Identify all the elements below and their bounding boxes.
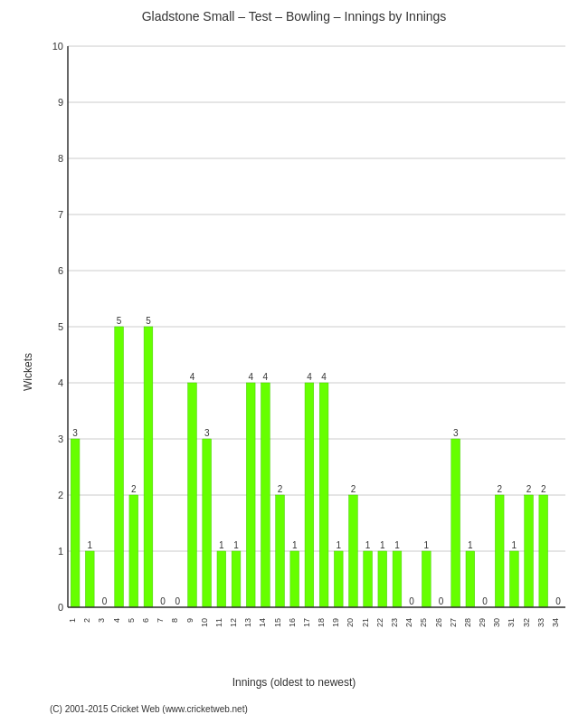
svg-text:2: 2: [58, 490, 63, 500]
svg-rect-55: [246, 383, 255, 607]
svg-text:23: 23: [390, 618, 399, 627]
svg-rect-85: [393, 551, 402, 607]
svg-text:1: 1: [87, 540, 92, 550]
svg-text:4: 4: [248, 372, 253, 382]
svg-text:29: 29: [478, 618, 487, 627]
svg-text:4: 4: [112, 618, 121, 623]
svg-rect-67: [305, 383, 314, 607]
svg-text:0: 0: [439, 596, 444, 606]
svg-text:11: 11: [214, 618, 223, 627]
svg-text:1: 1: [380, 540, 385, 550]
svg-text:33: 33: [536, 618, 545, 627]
svg-text:0: 0: [409, 596, 414, 606]
svg-text:28: 28: [463, 618, 472, 627]
svg-text:1: 1: [292, 540, 298, 550]
svg-text:2: 2: [131, 484, 137, 494]
svg-text:2: 2: [526, 484, 532, 494]
svg-text:1: 1: [336, 540, 341, 550]
svg-text:1: 1: [58, 546, 63, 557]
y-axis-label: Wickets: [22, 353, 34, 391]
svg-rect-109: [525, 495, 534, 607]
svg-rect-58: [261, 383, 270, 607]
svg-text:1: 1: [233, 540, 239, 550]
svg-text:2: 2: [351, 484, 356, 494]
svg-text:24: 24: [404, 618, 413, 627]
chart-container: Gladstone Small – Test – Bowling – Innin…: [0, 0, 588, 724]
svg-text:6: 6: [58, 265, 63, 276]
svg-text:3: 3: [97, 618, 106, 623]
svg-text:22: 22: [375, 618, 384, 627]
svg-rect-49: [217, 551, 226, 607]
svg-text:3: 3: [204, 428, 210, 438]
svg-rect-106: [510, 551, 519, 607]
svg-text:2: 2: [82, 618, 91, 623]
svg-rect-64: [290, 551, 299, 607]
svg-text:5: 5: [127, 618, 136, 623]
svg-rect-103: [495, 495, 504, 607]
svg-text:8: 8: [170, 618, 179, 623]
svg-rect-90: [422, 551, 431, 607]
svg-rect-33: [129, 495, 138, 607]
svg-text:7: 7: [156, 618, 165, 623]
svg-text:19: 19: [331, 618, 340, 627]
svg-text:4: 4: [190, 372, 195, 382]
svg-text:14: 14: [258, 618, 267, 627]
svg-rect-30: [115, 327, 124, 607]
svg-text:8: 8: [58, 153, 63, 164]
svg-text:0: 0: [102, 596, 108, 606]
svg-text:25: 25: [419, 618, 428, 627]
svg-rect-52: [232, 551, 241, 607]
svg-rect-112: [539, 495, 548, 607]
svg-text:10: 10: [200, 618, 209, 627]
svg-text:3: 3: [72, 428, 78, 438]
svg-text:9: 9: [58, 97, 63, 108]
chart-svg: 0123456789103112035425560708493101111124…: [36, 42, 574, 675]
svg-text:32: 32: [522, 618, 531, 627]
copyright-text: (C) 2001-2015 Cricket Web (www.cricketwe…: [50, 704, 248, 714]
svg-text:1: 1: [512, 540, 517, 550]
svg-text:9: 9: [185, 618, 194, 623]
svg-text:6: 6: [141, 618, 150, 623]
svg-text:0: 0: [160, 596, 166, 606]
svg-text:27: 27: [449, 618, 458, 627]
svg-text:21: 21: [361, 618, 370, 627]
svg-text:1: 1: [219, 540, 224, 550]
svg-text:0: 0: [555, 596, 561, 606]
svg-text:5: 5: [117, 316, 122, 326]
svg-text:20: 20: [346, 618, 355, 627]
svg-rect-82: [378, 551, 387, 607]
svg-text:0: 0: [175, 596, 181, 606]
svg-rect-61: [276, 495, 285, 607]
x-axis-label: Innings (oldest to newest): [232, 676, 356, 689]
svg-text:2: 2: [278, 484, 283, 494]
svg-text:17: 17: [302, 618, 311, 627]
svg-text:4: 4: [58, 377, 63, 388]
svg-rect-22: [71, 439, 80, 607]
svg-text:4: 4: [321, 372, 327, 382]
svg-rect-79: [364, 551, 373, 607]
svg-rect-95: [451, 439, 460, 607]
svg-rect-70: [319, 383, 328, 607]
svg-text:34: 34: [551, 618, 560, 627]
svg-text:2: 2: [541, 484, 546, 494]
svg-text:4: 4: [263, 372, 269, 382]
svg-text:4: 4: [307, 372, 312, 382]
svg-text:2: 2: [497, 484, 502, 494]
svg-rect-76: [349, 495, 358, 607]
svg-rect-73: [334, 551, 343, 607]
svg-text:30: 30: [492, 618, 501, 627]
svg-text:15: 15: [273, 618, 282, 627]
svg-text:16: 16: [288, 618, 297, 627]
svg-rect-43: [188, 383, 197, 607]
svg-rect-36: [144, 327, 153, 607]
svg-text:3: 3: [453, 428, 459, 438]
svg-text:5: 5: [146, 316, 151, 326]
svg-rect-98: [466, 551, 475, 607]
svg-text:13: 13: [243, 618, 252, 627]
svg-text:7: 7: [58, 209, 63, 220]
svg-text:3: 3: [58, 433, 63, 444]
chart-title: Gladstone Small – Test – Bowling – Innin…: [0, 0, 588, 28]
svg-text:18: 18: [317, 618, 326, 627]
svg-text:26: 26: [434, 618, 443, 627]
svg-rect-46: [203, 439, 212, 607]
